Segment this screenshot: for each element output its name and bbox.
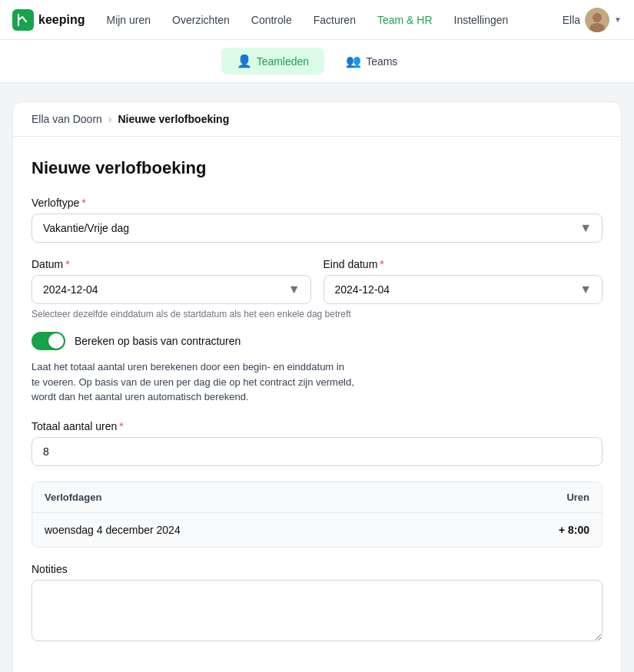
breadcrumb-separator: › xyxy=(108,113,112,125)
verloftype-select-wrapper: Vakantie/Vrije dag ▼ xyxy=(32,214,602,243)
verlof-day: woensdag 4 december 2024 xyxy=(45,524,181,536)
user-menu[interactable]: Ella ▼ xyxy=(563,8,622,32)
verloftype-select[interactable]: Vakantie/Vrije dag xyxy=(32,214,602,243)
breadcrumb-current: Nieuwe verlofboeking xyxy=(118,113,230,125)
logo-text: keeping xyxy=(38,13,85,27)
teams-icon: 👥 xyxy=(346,54,361,68)
totaaluren-required-star: * xyxy=(119,420,123,432)
table-row: woensdag 4 december 2024 + 8:00 xyxy=(32,513,602,547)
main-navigation: keeping Mijn uren Overzichten Controle F… xyxy=(0,0,634,40)
tab-bar: 👤 Teamleden 👥 Teams xyxy=(0,40,634,83)
nav-item-facturen[interactable]: Facturen xyxy=(304,9,365,31)
form-title: Nieuwe verlofboeking xyxy=(32,158,602,178)
verlof-table: Verlofdagen Uren woensdag 4 december 202… xyxy=(32,482,602,548)
date-row: Datum * 2024-12-04 ▼ Eind datum * xyxy=(32,258,602,304)
verlof-table-header: Verlofdagen Uren xyxy=(32,482,602,513)
avatar-image xyxy=(585,8,609,32)
totaaluren-input[interactable] xyxy=(32,437,602,466)
teamleden-icon: 👤 xyxy=(237,54,252,68)
svg-point-2 xyxy=(593,13,602,22)
einddatum-select[interactable]: 2024-12-04 xyxy=(324,275,603,304)
totaaluren-label: Totaal aantal uren * xyxy=(32,420,602,432)
form-area: Nieuwe verlofboeking Verloftype * Vakant… xyxy=(13,137,621,672)
nav-item-instellingen[interactable]: Instellingen xyxy=(445,9,518,31)
einddatum-label: Eind datum * xyxy=(324,258,603,270)
nav-item-controle[interactable]: Controle xyxy=(242,9,301,31)
einddatum-select-wrapper: 2024-12-04 ▼ xyxy=(324,275,603,304)
verlof-hours: + 8:00 xyxy=(559,524,589,536)
nav-item-teamhr[interactable]: Team & HR xyxy=(368,9,442,31)
verloftype-group: Verloftype * Vakantie/Vrije dag ▼ xyxy=(32,197,602,243)
notities-textarea[interactable] xyxy=(32,580,602,641)
datum-select[interactable]: 2024-12-04 xyxy=(32,275,311,304)
datum-select-wrapper: 2024-12-04 ▼ xyxy=(32,275,311,304)
svg-rect-0 xyxy=(12,9,34,31)
tab-teamleden-label: Teamleden xyxy=(257,55,310,68)
notities-label: Notities xyxy=(32,563,602,575)
logo-icon xyxy=(12,9,34,31)
verloftable-col2: Uren xyxy=(566,492,589,503)
datum-label: Datum * xyxy=(32,258,311,270)
chevron-down-icon: ▼ xyxy=(614,15,622,24)
toggle-label: Bereken op basis van contracturen xyxy=(75,335,241,347)
toggle-row: Bereken op basis van contracturen xyxy=(32,332,602,350)
toggle-knob xyxy=(48,333,64,349)
avatar xyxy=(585,8,609,32)
nav-item-overzichten[interactable]: Overzichten xyxy=(163,9,239,31)
user-name: Ella xyxy=(563,14,580,26)
tab-teams-label: Teams xyxy=(366,55,397,68)
date-hint: Selecteer dezelfde einddatum als de star… xyxy=(32,309,602,319)
main-content: Ella van Doorn › Nieuwe verlofboeking Ni… xyxy=(0,83,634,672)
totaaluren-group: Totaal aantal uren * xyxy=(32,420,602,466)
tab-teams[interactable]: 👥 Teams xyxy=(330,48,413,74)
verloftable-col1: Verlofdagen xyxy=(45,492,101,503)
verloftype-label: Verloftype * xyxy=(32,197,602,209)
notities-group: Notities xyxy=(32,563,602,644)
form-card: Ella van Doorn › Nieuwe verlofboeking Ni… xyxy=(12,101,622,672)
einddatum-group: Eind datum * 2024-12-04 ▼ xyxy=(324,258,603,304)
nav-item-mijnuren[interactable]: Mijn uren xyxy=(97,9,160,31)
datum-required-star: * xyxy=(65,258,69,270)
datum-group: Datum * 2024-12-04 ▼ xyxy=(32,258,311,304)
logo[interactable]: keeping xyxy=(12,9,85,31)
required-star: * xyxy=(81,197,85,209)
toggle-description: Laat het totaal aantal uren berekenen do… xyxy=(32,359,354,405)
breadcrumb: Ella van Doorn › Nieuwe verlofboeking xyxy=(13,102,621,137)
tab-teamleden[interactable]: 👤 Teamleden xyxy=(221,48,325,74)
einddatum-required-star: * xyxy=(380,258,383,270)
breadcrumb-parent[interactable]: Ella van Doorn xyxy=(32,113,102,125)
contract-toggle[interactable] xyxy=(32,332,65,350)
